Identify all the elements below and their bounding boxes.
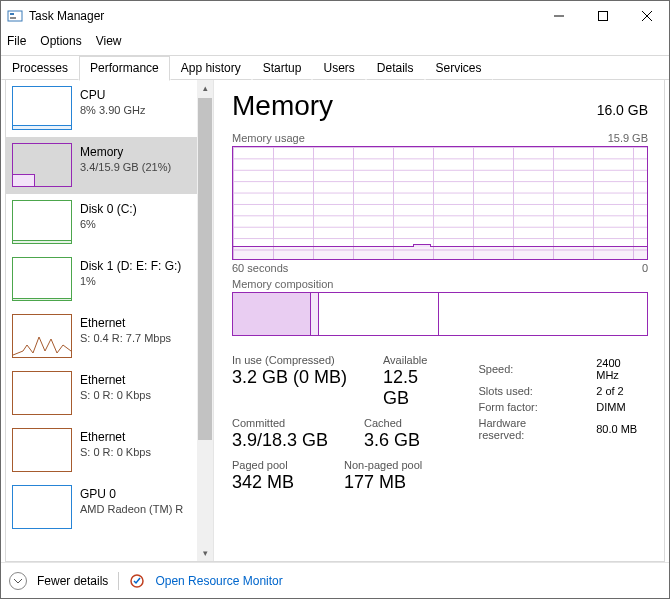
window-controls [537, 1, 669, 31]
axis-left: 60 seconds [232, 262, 288, 274]
info-label: Hardware reserved: [479, 416, 595, 442]
scroll-up-icon[interactable]: ▴ [197, 80, 213, 96]
info-label: Slots used: [479, 384, 595, 398]
svg-rect-4 [599, 12, 608, 21]
menu-view[interactable]: View [96, 34, 122, 48]
separator [118, 572, 119, 590]
sidebar-sub: 6% [80, 217, 137, 232]
info-label: Form factor: [479, 400, 595, 414]
sidebar-sub: S: 0 R: 0 Kbps [80, 445, 151, 460]
stat-value: 3.9/18.3 GB [232, 430, 342, 451]
sidebar-item-ethernet-1[interactable]: EthernetS: 0 R: 0 Kbps [6, 365, 197, 422]
stat-label: Committed [232, 417, 342, 429]
sidebar-label: GPU 0 [80, 487, 183, 502]
open-resource-monitor-link[interactable]: Open Resource Monitor [155, 574, 282, 588]
composition-label: Memory composition [232, 278, 333, 290]
ethernet-thumbnail [12, 314, 72, 358]
sidebar-item-cpu[interactable]: CPU8% 3.90 GHz [6, 80, 197, 137]
gpu-thumbnail [12, 485, 72, 529]
cpu-thumbnail [12, 86, 72, 130]
maximize-button[interactable] [581, 1, 625, 31]
tab-users[interactable]: Users [312, 56, 365, 80]
sidebar-label: Disk 0 (C:) [80, 202, 137, 217]
sidebar-label: Ethernet [80, 316, 171, 331]
scroll-thumb[interactable] [198, 98, 212, 440]
titlebar: Task Manager [1, 1, 669, 31]
svg-rect-1 [10, 13, 14, 15]
info-value: 80.0 MB [596, 416, 646, 442]
sidebar-label: Disk 1 (D: E: F: G:) [80, 259, 181, 274]
stat-label: Cached [364, 417, 420, 429]
disk-thumbnail [12, 200, 72, 244]
tab-startup[interactable]: Startup [252, 56, 313, 80]
sidebar-label: Ethernet [80, 373, 151, 388]
svg-rect-2 [10, 17, 16, 19]
window-title: Task Manager [29, 9, 537, 23]
stat-label: Paged pool [232, 459, 322, 471]
sidebar-item-ethernet-2[interactable]: EthernetS: 0 R: 0 Kbps [6, 422, 197, 479]
info-value: 2400 MHz [596, 356, 646, 382]
menu-options[interactable]: Options [40, 34, 81, 48]
axis-right: 0 [642, 262, 648, 274]
resource-monitor-icon [129, 573, 145, 589]
sidebar-item-ethernet-0[interactable]: EthernetS: 0.4 R: 7.7 Mbps [6, 308, 197, 365]
total-memory: 16.0 GB [597, 102, 648, 118]
info-value: 2 of 2 [596, 384, 646, 398]
minimize-button[interactable] [537, 1, 581, 31]
memory-thumbnail [12, 143, 72, 187]
sidebar-sub: 3.4/15.9 GB (21%) [80, 160, 171, 175]
app-icon [7, 8, 23, 24]
scroll-down-icon[interactable]: ▾ [197, 545, 213, 561]
ethernet-thumbnail [12, 371, 72, 415]
sidebar-item-disk0[interactable]: Disk 0 (C:)6% [6, 194, 197, 251]
sidebar-label: Ethernet [80, 430, 151, 445]
sidebar-sub: S: 0 R: 0 Kbps [80, 388, 151, 403]
sidebar-scrollbar[interactable]: ▴ ▾ [197, 80, 213, 561]
sidebar-sub: S: 0.4 R: 7.7 Mbps [80, 331, 171, 346]
sidebar: CPU8% 3.90 GHz Memory3.4/15.9 GB (21%) D… [6, 80, 214, 561]
info-value: DIMM [596, 400, 646, 414]
stat-value: 177 MB [344, 472, 422, 493]
tab-services[interactable]: Services [425, 56, 493, 80]
sidebar-sub: 1% [80, 274, 181, 289]
tab-details[interactable]: Details [366, 56, 425, 80]
sidebar-item-gpu0[interactable]: GPU 0AMD Radeon (TM) R [6, 479, 197, 536]
sidebar-item-memory[interactable]: Memory3.4/15.9 GB (21%) [6, 137, 197, 194]
ethernet-thumbnail [12, 428, 72, 472]
sidebar-sub: AMD Radeon (TM) R [80, 502, 183, 517]
memory-usage-chart [232, 146, 648, 260]
sidebar-label: CPU [80, 88, 145, 103]
stat-label: In use (Compressed) [232, 354, 361, 366]
tab-performance[interactable]: Performance [79, 56, 170, 81]
page-title: Memory [232, 90, 333, 122]
stat-label: Non-paged pool [344, 459, 422, 471]
usage-max: 15.9 GB [608, 132, 648, 144]
usage-label: Memory usage [232, 132, 305, 144]
stat-value: 342 MB [232, 472, 322, 493]
tabstrip: Processes Performance App history Startu… [1, 55, 669, 80]
sidebar-label: Memory [80, 145, 171, 160]
info-label: Speed: [479, 356, 595, 382]
fewer-details-link[interactable]: Fewer details [37, 574, 108, 588]
footer: Fewer details Open Resource Monitor [1, 562, 669, 598]
task-manager-window: Task Manager File Options View Processes… [0, 0, 670, 599]
collapse-icon[interactable] [9, 572, 27, 590]
stat-value: 3.6 GB [364, 430, 420, 451]
tab-processes[interactable]: Processes [1, 56, 79, 80]
stat-value: 12.5 GB [383, 367, 449, 409]
hardware-info: Speed:2400 MHz Slots used:2 of 2 Form fa… [477, 354, 649, 499]
memory-composition-chart [232, 292, 648, 336]
tab-app-history[interactable]: App history [170, 56, 252, 80]
close-button[interactable] [625, 1, 669, 31]
svg-rect-0 [8, 11, 22, 21]
content-area: CPU8% 3.90 GHz Memory3.4/15.9 GB (21%) D… [5, 80, 665, 562]
stats-area: In use (Compressed)3.2 GB (0 MB) Availab… [232, 354, 648, 499]
stat-value: 3.2 GB (0 MB) [232, 367, 361, 388]
menubar: File Options View [1, 31, 669, 51]
menu-file[interactable]: File [7, 34, 26, 48]
sidebar-item-disk1[interactable]: Disk 1 (D: E: F: G:)1% [6, 251, 197, 308]
main-panel: Memory 16.0 GB Memory usage 15.9 GB 60 s… [214, 80, 664, 561]
stat-label: Available [383, 354, 449, 366]
disk-thumbnail [12, 257, 72, 301]
sidebar-sub: 8% 3.90 GHz [80, 103, 145, 118]
